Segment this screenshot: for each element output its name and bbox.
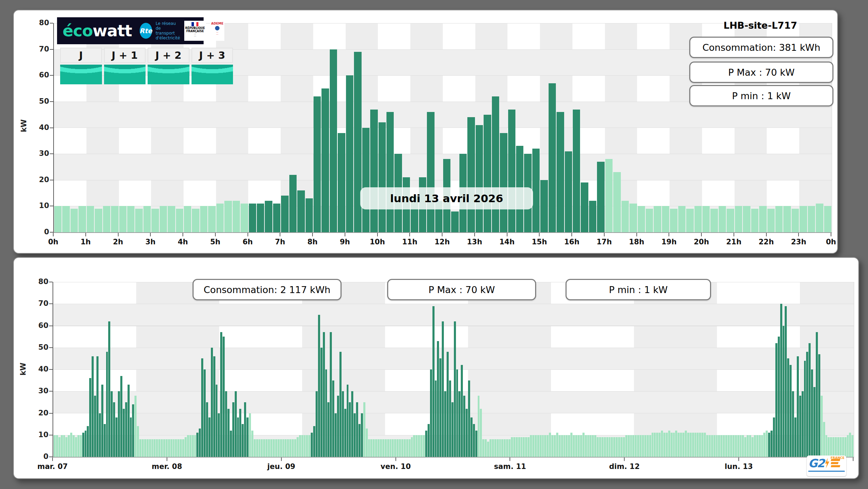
bar <box>704 433 706 457</box>
bar <box>347 385 349 457</box>
bar <box>390 439 392 457</box>
bar <box>761 435 763 457</box>
bar <box>394 439 396 457</box>
bar <box>804 361 806 457</box>
y-tick-mark <box>50 101 53 102</box>
bar <box>802 391 804 457</box>
bar <box>330 49 337 232</box>
week-chart-panel: kW Consommation: 2 117 kWh P Max : 70 kW… <box>13 257 859 479</box>
y-tick-mark <box>49 347 53 348</box>
bar <box>237 417 239 457</box>
x-tick-mark <box>734 233 734 236</box>
bar <box>566 435 568 457</box>
bar <box>686 209 693 232</box>
y-tick-label: 50 <box>29 343 48 351</box>
x-tick-mark <box>510 458 510 461</box>
bar <box>547 435 549 457</box>
bar <box>521 437 523 457</box>
x-tick-mark <box>738 458 739 461</box>
bar <box>449 380 451 457</box>
bar <box>635 435 637 457</box>
bar <box>629 204 637 232</box>
forecast-tile-j+2[interactable]: J + 2 <box>148 48 189 84</box>
forecast-tile-j+3[interactable]: J + 3 <box>192 48 233 84</box>
bar <box>73 435 75 457</box>
bar <box>68 435 70 457</box>
ecowatt-logo: écowatt Rte Le réseaude transportd'élect… <box>57 17 204 44</box>
bar <box>668 431 670 457</box>
bar <box>125 402 127 457</box>
bar <box>811 369 813 457</box>
bar <box>151 439 153 457</box>
bar <box>382 439 384 457</box>
bar <box>123 409 125 457</box>
y-tick-label: 30 <box>29 387 48 395</box>
day-chart-panel: kW écowatt Rte Le réseaude transportd'él… <box>13 10 838 254</box>
bar <box>632 435 634 457</box>
bar <box>280 439 282 457</box>
bar <box>208 417 211 457</box>
bar <box>363 402 365 457</box>
bar <box>697 433 699 457</box>
forecast-tile-j+1[interactable]: J + 1 <box>104 48 146 84</box>
ecowatt-gauge-icon <box>104 65 146 84</box>
bar <box>206 402 208 457</box>
bar <box>339 352 342 457</box>
week-chart-plot[interactable] <box>53 282 854 458</box>
bar <box>573 110 580 232</box>
bar <box>775 206 783 232</box>
bar <box>487 442 489 457</box>
bar <box>480 409 482 457</box>
bar <box>530 435 532 457</box>
forecast-tile-j[interactable]: J <box>60 48 102 84</box>
bar <box>335 413 337 457</box>
bar <box>790 365 792 457</box>
bar <box>282 439 284 457</box>
bar <box>476 125 483 232</box>
bar <box>427 112 434 232</box>
bar <box>111 391 113 457</box>
x-tick-mark <box>52 458 53 461</box>
bar <box>730 435 732 457</box>
x-tick-mark <box>442 233 442 236</box>
bar <box>379 122 386 232</box>
x-tick-mark <box>853 458 853 461</box>
bar <box>824 206 831 232</box>
x-tick-mark <box>798 233 799 236</box>
bar <box>556 433 558 457</box>
bar <box>200 206 207 232</box>
bar <box>516 437 518 457</box>
bar <box>289 439 291 457</box>
bar <box>690 433 692 457</box>
y-tick-mark <box>50 23 53 23</box>
bar <box>823 422 825 457</box>
bar <box>606 437 608 457</box>
bar <box>158 439 160 457</box>
x-tick-mark <box>539 233 540 236</box>
bar <box>575 435 577 457</box>
bar <box>273 439 275 457</box>
bar <box>702 206 710 232</box>
y-tick-mark <box>50 206 53 206</box>
x-tick-mark <box>248 233 248 236</box>
bar <box>65 437 67 457</box>
g2e-logo: FRANCE G2 <box>807 455 846 476</box>
bar <box>54 435 56 457</box>
bar <box>687 433 689 457</box>
bar <box>732 435 735 457</box>
bar <box>851 435 853 457</box>
bar <box>663 433 665 457</box>
bar <box>308 435 310 457</box>
bar <box>265 439 268 457</box>
x-tick-label: mar. 07 <box>28 462 77 471</box>
y-tick-label: 40 <box>29 365 48 373</box>
y-tick-label: 20 <box>29 409 48 417</box>
bar <box>287 439 289 457</box>
bar <box>437 341 439 457</box>
bar <box>268 439 270 457</box>
bar <box>115 417 118 457</box>
bar <box>175 439 177 457</box>
bar <box>728 435 730 457</box>
bar <box>840 437 842 457</box>
x-tick-label: jeu. 09 <box>257 462 306 471</box>
